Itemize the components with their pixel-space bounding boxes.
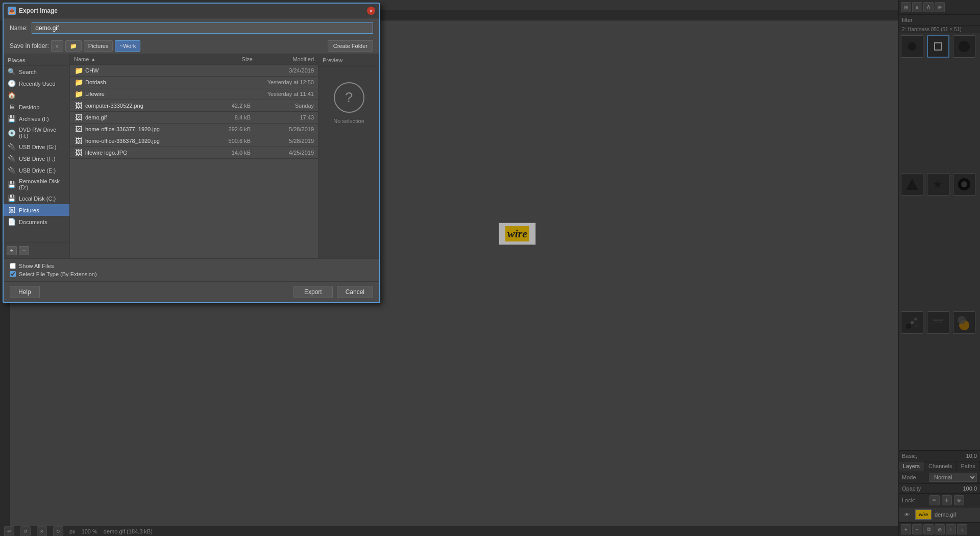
export-image-dialog: 📤 Export Image × Name: Save in folder: ‹… [3, 3, 380, 303]
preview-header: Preview [318, 54, 379, 67]
places-item-label: Recently Used [19, 81, 56, 87]
file-computer-png-icon: 🖼 [74, 102, 83, 110]
file-modified: 5/28/2019 [253, 138, 314, 144]
dialog-title-icon: 📤 [8, 7, 16, 15]
places-item-local-c[interactable]: 💾 Local Disk (C:) [4, 192, 69, 204]
file-modified: 5/28/2019 [253, 126, 314, 132]
places-item-label: Documents [19, 219, 47, 225]
preview-panel: Preview ? No selection [318, 54, 379, 258]
desktop-icon: 🖥 [8, 103, 16, 111]
file-name: Dotdash [85, 79, 213, 85]
folder-current-button[interactable]: ~Work [115, 40, 140, 52]
file-home2-icon: 🖼 [74, 137, 83, 145]
dialog-options: Show All Files Select File Type (By Exte… [4, 258, 379, 281]
places-item-usb-f[interactable]: 🔌 USB Drive (F:) [4, 153, 69, 164]
places-item-archives[interactable]: 💾 Archives (I:) [4, 113, 69, 125]
dvd-rw-icon: 💿 [8, 129, 16, 137]
select-file-type-checkbox[interactable] [10, 271, 16, 277]
col-modified-header[interactable]: Modified [253, 56, 314, 62]
file-item-chw[interactable]: 📁 CHW 3/24/2019 [70, 65, 318, 77]
name-label: Name: [10, 25, 28, 32]
file-name: Lifewire [85, 91, 213, 97]
pictures-icon: 🖼 [8, 206, 16, 214]
file-name: home-office-336377_1920.jpg [85, 126, 213, 132]
select-file-type-label: Select File Type (By Extension) [19, 271, 97, 277]
places-item-home[interactable]: 🏠 [4, 89, 69, 101]
file-size: 8.4 kB [215, 114, 251, 120]
home-icon: 🏠 [8, 91, 16, 99]
no-selection-label: No selection [333, 118, 364, 124]
file-name: CHW [85, 67, 213, 74]
places-item-dvd-rw[interactable]: 💿 DVD RW Drive (H:) [4, 125, 69, 141]
recently-used-icon: 🕐 [8, 80, 16, 87]
places-remove-button[interactable]: − [19, 246, 29, 255]
places-item-label: Archives (I:) [19, 116, 49, 122]
file-name: home-office-336378_1920.jpg [85, 138, 213, 144]
dialog-name-row: Name: [4, 18, 379, 38]
file-size: 42.2 kB [215, 103, 251, 109]
file-lifewire-logo-icon: 🖼 [74, 149, 83, 157]
folder-lifewire-icon: 📁 [74, 90, 83, 98]
file-modified: Sunday [253, 103, 314, 109]
usb-g-icon: 🔌 [8, 143, 16, 151]
col-name-header[interactable]: Name ▲ [74, 56, 217, 62]
file-name: computer-3330522.png [85, 103, 213, 109]
places-item-label: Pictures [19, 207, 39, 213]
places-item-desktop[interactable]: 🖥 Desktop [4, 101, 69, 113]
places-add-button[interactable]: + [7, 246, 17, 255]
usb-f-icon: 🔌 [8, 155, 16, 162]
folder-icon-button[interactable]: 📁 [65, 40, 82, 52]
dialog-main: Places 🔍 Search 🕐 Recently Used 🏠 🖥 Desk… [4, 54, 379, 258]
file-item-computer-png[interactable]: 🖼 computer-3330522.png 42.2 kB Sunday [70, 100, 318, 112]
places-item-label: Local Disk (C:) [19, 196, 56, 202]
file-name: demo.gif [85, 114, 213, 120]
file-modified: 4/25/2019 [253, 150, 314, 156]
file-item-home-office-2[interactable]: 🖼 home-office-336378_1920.jpg 500.6 kB 5… [70, 135, 318, 147]
file-size: 14.0 kB [215, 150, 251, 156]
nav-back-button[interactable]: ‹ [51, 40, 63, 52]
action-buttons: Export Cancel [293, 286, 373, 298]
show-all-files-row[interactable]: Show All Files [10, 263, 373, 269]
dialog-close-button[interactable]: × [367, 7, 375, 15]
file-item-demo-gif[interactable]: 🖼 demo.gif 8.4 kB 17:43 [70, 112, 318, 124]
show-all-files-checkbox[interactable] [10, 263, 16, 269]
export-button[interactable]: Export [293, 286, 333, 298]
places-item-usb-e[interactable]: 🔌 USB Drive (E:) [4, 164, 69, 176]
places-item-label: DVD RW Drive (H:) [19, 127, 65, 139]
usb-e-icon: 🔌 [8, 166, 16, 174]
local-c-icon: 💾 [8, 194, 16, 202]
save-in-label: Save in folder: [10, 42, 49, 50]
places-item-removable-d[interactable]: 💾 Removable Disk (D:) [4, 176, 69, 192]
cancel-button[interactable]: Cancel [337, 286, 373, 298]
folder-chw-icon: 📁 [74, 66, 83, 75]
file-item-lifewire-logo[interactable]: 🖼 lifewire logo.JPG 14.0 kB 4/25/2019 [70, 147, 318, 159]
file-modified: 3/24/2019 [253, 67, 314, 74]
file-modified: Yesterday at 12:50 [253, 79, 314, 85]
col-size-header[interactable]: Size [217, 56, 253, 62]
file-home1-icon: 🖼 [74, 125, 83, 133]
file-size: 500.6 kB [215, 138, 251, 144]
file-item-dotdash[interactable]: 📁 Dotdash Yesterday at 12:50 [70, 77, 318, 88]
file-item-home-office-1[interactable]: 🖼 home-office-336377_1920.jpg 292.6 kB 5… [70, 124, 318, 135]
places-item-documents[interactable]: 📄 Documents [4, 216, 69, 228]
places-item-label: Search [19, 69, 37, 75]
file-size: 292.6 kB [215, 126, 251, 132]
preview-question-icon: ? [334, 82, 364, 113]
places-header: Places [4, 54, 69, 66]
folder-pictures-button[interactable]: Pictures [84, 40, 113, 52]
places-item-usb-g[interactable]: 🔌 USB Drive (G:) [4, 141, 69, 153]
places-item-label: USB Drive (E:) [19, 167, 56, 174]
places-item-label: Desktop [19, 104, 39, 110]
file-item-lifewire[interactable]: 📁 Lifewire Yesterday at 11:41 [70, 88, 318, 100]
removable-d-icon: 💾 [8, 181, 16, 188]
file-modified: Yesterday at 11:41 [253, 91, 314, 97]
filename-input[interactable] [32, 22, 373, 34]
places-item-recently-used[interactable]: 🕐 Recently Used [4, 78, 69, 89]
places-item-label: USB Drive (G:) [19, 144, 56, 150]
help-button[interactable]: Help [10, 286, 40, 298]
create-folder-button[interactable]: Create Folder [328, 40, 373, 52]
places-item-search[interactable]: 🔍 Search [4, 66, 69, 78]
select-file-type-row[interactable]: Select File Type (By Extension) [10, 271, 373, 277]
dialog-title: Export Image [19, 7, 367, 14]
places-item-pictures[interactable]: 🖼 Pictures [4, 204, 69, 216]
